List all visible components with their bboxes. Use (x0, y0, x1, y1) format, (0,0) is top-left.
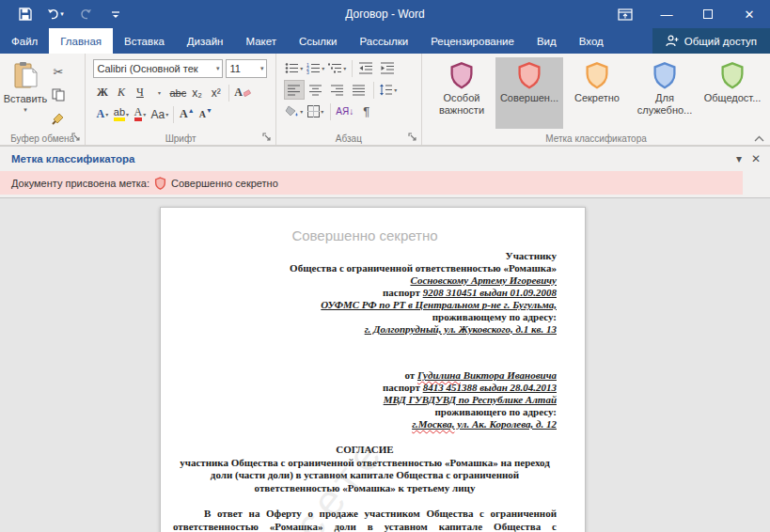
shield-icon (448, 61, 475, 89)
cut-icon[interactable]: ✂ (47, 61, 70, 82)
shading-icon[interactable]: ▾ (284, 102, 305, 121)
redo-icon[interactable] (71, 1, 100, 27)
numbered-list-icon[interactable]: 123 ▾ (306, 58, 326, 78)
tab-file[interactable]: Файл (0, 28, 49, 54)
recipient-block: Участнику Общества с ограниченной ответс… (173, 250, 557, 336)
decrease-indent-icon[interactable] (356, 58, 377, 78)
superscript-button[interactable]: x² (207, 83, 225, 102)
ribbon-display-options-icon[interactable] (605, 0, 646, 28)
tab-insert[interactable]: Вставка (113, 28, 176, 54)
paste-button[interactable]: Вставить ▾ (4, 57, 47, 130)
title-bar: ▾ Договор - Word — ✕ (0, 0, 770, 28)
document-line: от Гудилина Виктора Ивановича (173, 369, 557, 382)
bold-button[interactable]: Ж (93, 83, 111, 102)
text-effects-letter: А (97, 107, 105, 121)
document-area[interactable]: сете Совершенно секретно Участнику Общес… (0, 197, 770, 532)
tab-signin[interactable]: Вход (568, 28, 615, 54)
font-color-button[interactable]: А▾ (131, 104, 149, 124)
ribbon-tab-row: Файл Главная Вставка Дизайн Макет Ссылки… (0, 28, 770, 54)
shield-icon (652, 61, 678, 89)
tab-review[interactable]: Рецензирование (419, 28, 526, 54)
spellcheck-word: Гудилина (417, 369, 461, 381)
justify-icon[interactable] (349, 80, 369, 100)
label-top-secret-button[interactable]: Совершен... (495, 57, 563, 129)
small-shield-icon (154, 177, 166, 190)
tab-view[interactable]: Вид (526, 28, 568, 54)
shield-label: Секретно (574, 92, 620, 104)
save-icon[interactable] (11, 1, 39, 27)
tab-references[interactable]: Ссылки (288, 28, 349, 54)
change-case-button[interactable]: Аа▾ (149, 104, 169, 124)
align-left-icon[interactable] (284, 80, 305, 100)
classifier-panel-title: Метка классификатора (11, 153, 134, 164)
tab-home[interactable]: Главная (49, 28, 113, 54)
document-page[interactable]: сете Совершенно секретно Участнику Общес… (160, 207, 586, 532)
paragraph-group-label: Абзац (276, 133, 421, 144)
minimize-icon[interactable]: — (646, 0, 687, 28)
font-color-letter: А (134, 107, 143, 121)
font-name-combobox[interactable]: Calibri (Основной тек ▾ (93, 59, 223, 78)
shield-icon (584, 61, 610, 89)
collapse-ribbon-icon[interactable] (754, 135, 764, 142)
align-center-icon[interactable] (306, 80, 326, 100)
sender-block: от Гудилина Виктора Ивановича паспорт 84… (173, 369, 557, 430)
bullet-list-icon[interactable]: ▾ (284, 58, 305, 78)
underline-dropdown-caret[interactable]: ▾ (149, 83, 167, 102)
label-top-secret-importance-button[interactable]: Особой важности (428, 57, 495, 129)
label-secret-button[interactable]: Секретно (563, 57, 631, 129)
divider (330, 103, 331, 120)
quick-access-toolbar: ▾ (0, 1, 130, 27)
shrink-font-button[interactable]: А▼ (196, 104, 214, 124)
document-line: паспорт 9208 310451 выдан 01.09.2008 (173, 287, 557, 299)
panel-close-icon[interactable]: ✕ (751, 152, 761, 165)
paste-clipboard-icon (13, 61, 38, 89)
shield-label: Для служебно... (631, 92, 699, 117)
show-paragraph-marks-icon[interactable]: ¶ (356, 102, 377, 121)
undo-dropdown-caret[interactable]: ▾ (60, 10, 64, 18)
maximize-icon[interactable] (687, 0, 729, 28)
document-line: Общества с ограниченной ответственностью… (173, 262, 557, 274)
share-button[interactable]: Общий доступ (652, 28, 770, 54)
font-size-combobox[interactable]: 11 ▾ (226, 59, 267, 78)
paste-label: Вставить (4, 93, 48, 104)
strikethrough-button[interactable]: abc (168, 83, 187, 102)
tab-mailings[interactable]: Рассылки (349, 28, 420, 54)
document-line: МВД ГУВДУВД по Республике Алтай (173, 394, 557, 406)
text-effects-button[interactable]: А▾ (93, 104, 111, 124)
clipboard-dialog-launcher-icon[interactable] (71, 132, 83, 143)
label-public-button[interactable]: Общедост... (699, 57, 766, 129)
grow-font-button[interactable]: А▲ (178, 104, 196, 124)
tab-layout[interactable]: Макет (234, 28, 288, 54)
shield-icon (719, 61, 746, 89)
underline-button[interactable]: Ч (131, 83, 149, 102)
subscript-button[interactable]: x₂ (188, 83, 206, 102)
paragraph-dialog-launcher-icon[interactable] (408, 132, 419, 143)
panel-dropdown-icon[interactable]: ▾ (736, 152, 742, 165)
label-official-use-button[interactable]: Для служебно... (631, 57, 699, 129)
increase-indent-icon[interactable] (378, 58, 399, 78)
shrink-font-letter: А (199, 109, 206, 119)
close-icon[interactable]: ✕ (729, 0, 770, 28)
clear-formatting-icon[interactable]: А (233, 83, 252, 102)
customize-quick-access-icon[interactable] (102, 1, 130, 27)
copy-icon[interactable] (47, 85, 70, 105)
document-subtitle: участника Общества с ограниченной ответс… (173, 457, 557, 495)
maximize-glyph (703, 9, 713, 19)
highlight-color-button[interactable]: ab▾ (112, 104, 130, 124)
font-name-caret: ▾ (213, 65, 220, 72)
multilevel-list-icon[interactable]: ▾ (327, 58, 348, 78)
tab-design[interactable]: Дизайн (176, 28, 235, 54)
paste-dropdown-caret: ▾ (24, 106, 27, 114)
font-dialog-launcher-icon[interactable] (262, 132, 274, 143)
sort-icon[interactable]: АЯ↓ (335, 102, 355, 121)
font-size-value: 11 (229, 63, 240, 74)
document-line: паспорт 8413 451388 выдан 28.04.2013 (173, 382, 557, 394)
undo-icon[interactable]: ▾ (41, 1, 70, 27)
italic-button[interactable]: К (112, 83, 130, 102)
borders-icon[interactable]: ▾ (306, 102, 326, 121)
format-painter-icon[interactable] (47, 108, 70, 129)
align-right-icon[interactable] (327, 80, 348, 100)
line-spacing-icon[interactable]: ▾ (378, 80, 399, 100)
font-group: Calibri (Основной тек ▾ 11 ▾ Ж К Ч ▾ abc… (86, 54, 275, 145)
word-window: ▾ Договор - Word — ✕ Файл Главная Вставк… (0, 0, 770, 532)
